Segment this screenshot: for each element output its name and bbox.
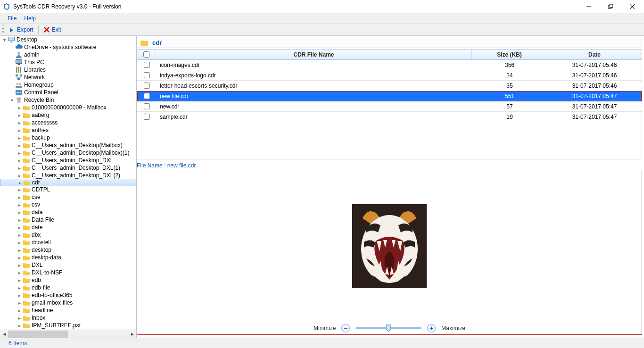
- tree-toggle-icon[interactable]: ▸: [16, 278, 23, 283]
- row-checkbox[interactable]: [137, 62, 156, 68]
- zoom-in-button[interactable]: +: [427, 324, 436, 332]
- tree-item[interactable]: ▸C__Users_admin_Desktop(Mailbox)(1): [0, 149, 136, 157]
- minimize-button[interactable]: [578, 0, 600, 13]
- tree-toggle-icon[interactable]: ▸: [16, 255, 23, 260]
- tree-item[interactable]: admin: [0, 51, 136, 58]
- tree-toggle-icon[interactable]: ▸: [16, 210, 23, 215]
- header-checkbox[interactable]: [137, 50, 156, 59]
- tree-item[interactable]: ▾Desktop: [0, 36, 136, 43]
- tree-toggle-icon[interactable]: ▸: [16, 105, 23, 110]
- tree-item[interactable]: ▸dbx: [0, 231, 136, 239]
- close-button[interactable]: [621, 0, 643, 13]
- row-checkbox[interactable]: [137, 72, 156, 78]
- grid-row[interactable]: new.cdr5731-07-2017 05:47: [137, 101, 642, 112]
- tree-toggle-icon[interactable]: ▸: [16, 323, 23, 328]
- tree-item[interactable]: ▸cse: [0, 193, 136, 201]
- row-checkbox[interactable]: [137, 83, 156, 89]
- scroll-thumb[interactable]: [8, 331, 68, 338]
- tree-item[interactable]: ▸DXL-to-NSF: [0, 269, 136, 276]
- tree-item[interactable]: Network: [0, 74, 136, 81]
- tree-toggle-icon[interactable]: ▸: [16, 135, 23, 141]
- grid-row[interactable]: sample.cdr1931-07-2017 05:47: [137, 112, 642, 122]
- tree-item[interactable]: ▸aaberg: [0, 111, 136, 119]
- tree-toggle-icon[interactable]: ▸: [16, 158, 23, 163]
- tree-toggle-icon[interactable]: ▸: [16, 173, 23, 178]
- row-checkbox[interactable]: [137, 114, 156, 120]
- tree-toggle-icon[interactable]: ▾: [8, 98, 15, 103]
- menu-file[interactable]: File: [4, 15, 20, 22]
- tree-toggle-icon[interactable]: ▸: [16, 187, 23, 192]
- tree-item[interactable]: ▸edb-file: [0, 284, 136, 291]
- tree-toggle-icon[interactable]: ▸: [16, 225, 23, 230]
- tree-toggle-icon[interactable]: ▸: [16, 143, 23, 148]
- tree-item[interactable]: ▸desktp-data: [0, 254, 136, 261]
- tree-item[interactable]: ▸C__Users_admin_Desktop(Mailbox): [0, 141, 136, 149]
- tree-item[interactable]: ▸dcostell: [0, 239, 136, 246]
- tree-item[interactable]: ▸edb: [0, 276, 136, 284]
- tree-item[interactable]: This PC: [0, 58, 136, 66]
- tree-item[interactable]: ▸gmail-mbox-files: [0, 299, 136, 307]
- tree-toggle-icon[interactable]: ▸: [16, 113, 23, 118]
- grid-row[interactable]: indya-exports-logo.cdr3431-07-2017 05:46: [137, 70, 642, 81]
- grid-row[interactable]: icon-images.cdr35631-07-2017 05:46: [137, 60, 642, 70]
- tree-item[interactable]: ▸IPM_SUBTREE.pst: [0, 322, 136, 329]
- tree-toggle-icon[interactable]: ▸: [16, 263, 23, 268]
- tree-toggle-icon[interactable]: ▸: [16, 202, 23, 207]
- tree-item[interactable]: ▸cdr: [0, 179, 136, 186]
- tree-toggle-icon[interactable]: ▸: [16, 240, 23, 245]
- tree-toggle-icon[interactable]: ▸: [16, 120, 23, 125]
- tree-toggle-icon[interactable]: ▸: [16, 128, 23, 133]
- tree-toggle-icon[interactable]: ▸: [16, 308, 23, 313]
- tree-item[interactable]: ▸backup: [0, 134, 136, 141]
- tree-toggle-icon[interactable]: ▸: [16, 248, 23, 253]
- tree-toggle-icon[interactable]: ▸: [16, 232, 23, 238]
- tree-toggle-icon[interactable]: ▸: [16, 270, 23, 275]
- tree-toggle-icon[interactable]: ▸: [16, 293, 23, 298]
- header-size[interactable]: Size (KB): [472, 50, 547, 59]
- grid-row[interactable]: letter-head-escorts-security.cdr3531-07-…: [137, 81, 642, 91]
- row-checkbox[interactable]: [137, 103, 156, 109]
- tree-toggle-icon[interactable]: ▸: [16, 166, 23, 171]
- tree-toggle-icon[interactable]: ▸: [16, 150, 23, 156]
- tree-hscrollbar[interactable]: ◂ ▸: [0, 330, 136, 338]
- tree-item[interactable]: Libraries: [0, 66, 136, 74]
- tree-item[interactable]: ▸headline: [0, 307, 136, 314]
- tree-toggle-icon[interactable]: ▸: [16, 217, 23, 223]
- exit-button[interactable]: Exit: [41, 25, 64, 34]
- tree-item[interactable]: ▾Recycle Bin: [0, 96, 136, 104]
- menu-help[interactable]: Help: [20, 15, 40, 22]
- tree-toggle-icon[interactable]: ▸: [16, 300, 23, 306]
- header-date[interactable]: Date: [547, 50, 642, 59]
- tree-item[interactable]: ▸C__Users_admin_Desktop_DXL(1): [0, 164, 136, 172]
- folder-tree[interactable]: ▾DesktopOneDrive - systools softwareadmi…: [0, 36, 136, 330]
- tree-item[interactable]: ▸date: [0, 224, 136, 231]
- maximize-button[interactable]: [600, 0, 621, 13]
- tree-item[interactable]: ▸anthes: [0, 126, 136, 134]
- tree-toggle-icon[interactable]: ▸: [16, 195, 23, 200]
- tree-toggle-icon[interactable]: ▸: [16, 285, 23, 290]
- export-button[interactable]: Export: [6, 25, 36, 34]
- tree-item[interactable]: ▸Inbox: [0, 314, 136, 322]
- tree-item[interactable]: ▸accesssss: [0, 119, 136, 126]
- row-checkbox[interactable]: [137, 93, 156, 99]
- tree-item[interactable]: ▸DXL: [0, 261, 136, 269]
- tree-item[interactable]: ▸CDTPL: [0, 186, 136, 193]
- tree-item[interactable]: ▸desktop: [0, 246, 136, 254]
- tree-item[interactable]: ▸0100000000000009 - Mailbox: [0, 104, 136, 111]
- tree-toggle-icon[interactable]: ▸: [16, 315, 23, 321]
- grid-row[interactable]: new file.cdr55131-07-2017 05:47: [137, 91, 642, 101]
- tree-item[interactable]: ▸data: [0, 208, 136, 216]
- tree-toggle-icon[interactable]: ▸: [17, 180, 23, 185]
- scroll-right-icon[interactable]: ▸: [128, 330, 136, 338]
- tree-item[interactable]: ▸Data File: [0, 216, 136, 224]
- tree-item[interactable]: ▸edb-to-office365: [0, 291, 136, 299]
- tree-item[interactable]: ▸csv: [0, 201, 136, 208]
- zoom-out-button[interactable]: −: [341, 324, 350, 332]
- scroll-left-icon[interactable]: ◂: [0, 330, 8, 338]
- tree-item[interactable]: OneDrive - systools software: [0, 43, 136, 51]
- tree-toggle-icon[interactable]: ▾: [1, 37, 8, 42]
- header-name[interactable]: CDR File Name: [156, 50, 472, 59]
- zoom-thumb-icon[interactable]: [385, 324, 392, 332]
- tree-item[interactable]: Control Panel: [0, 89, 136, 96]
- zoom-slider[interactable]: [355, 327, 421, 329]
